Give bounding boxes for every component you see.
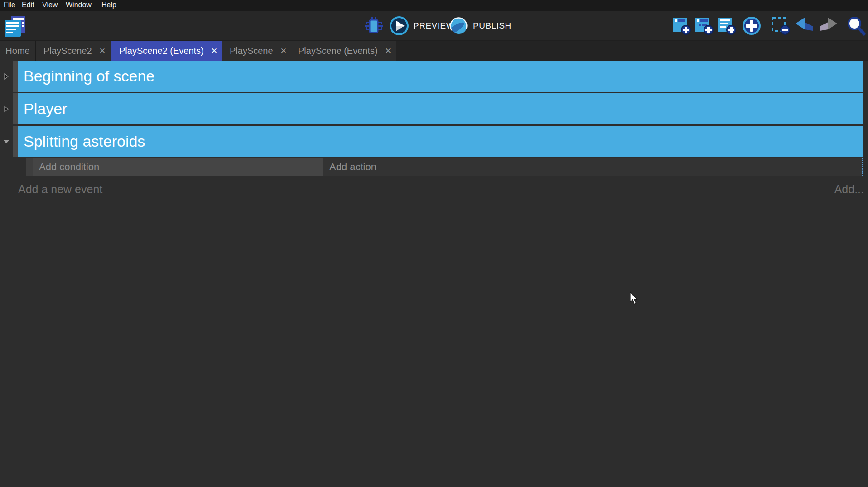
menu-edit[interactable]: Edit: [22, 1, 34, 9]
event-group-row: Splitting asteroids: [0, 126, 868, 157]
tab-playscene-events[interactable]: PlayScene (Events) ✕: [290, 41, 396, 61]
event-indent-strip: [26, 158, 33, 176]
event-group-row: Beginning of scene: [0, 61, 868, 92]
add-event-button[interactable]: [672, 16, 691, 35]
add-other-event-button[interactable]: [741, 15, 762, 36]
empty-event-row: Add condition Add action: [0, 158, 868, 176]
event-group-bar[interactable]: Player: [18, 93, 863, 124]
tab-label: PlayScene (Events): [298, 46, 378, 56]
debugger-bug-icon: [364, 16, 384, 35]
publish-globe-icon: [448, 15, 469, 36]
tab-label: Home: [5, 46, 29, 56]
search-icon: [846, 15, 866, 36]
tab-playscene2-events[interactable]: PlayScene2 (Events) ✕: [111, 41, 222, 61]
add-more-button[interactable]: Add...: [834, 183, 864, 196]
publish-button[interactable]: PUBLISH: [448, 15, 511, 36]
add-condition-label: Add condition: [39, 161, 99, 173]
menu-file[interactable]: File: [4, 1, 15, 9]
add-event-footer: Add a new event Add...: [0, 178, 868, 200]
expand-collapsed-icon[interactable]: [2, 72, 10, 81]
tab-close-icon[interactable]: ✕: [280, 46, 287, 56]
menu-bar: File Edit View Window Help: [0, 0, 868, 11]
add-subevent-icon: [695, 16, 714, 35]
event-group-bar[interactable]: Beginning of scene: [18, 61, 863, 92]
project-manager-button[interactable]: [4, 15, 26, 37]
add-event-icon: [672, 16, 691, 35]
tab-bar: Home PlayScene2 ✕ PlayScene2 (Events) ✕ …: [0, 41, 868, 61]
empty-event: Add condition Add action: [33, 158, 863, 176]
tab-label: PlayScene2: [43, 46, 92, 56]
remove-selection-icon: [771, 16, 791, 35]
tab-label: PlayScene2 (Events): [119, 46, 204, 56]
group-drag-handle[interactable]: [13, 61, 18, 92]
undo-button[interactable]: [795, 17, 815, 34]
project-manager-icon: [4, 15, 26, 37]
event-group-row: Player: [0, 93, 868, 124]
menu-help[interactable]: Help: [101, 1, 116, 9]
event-group-title: Beginning of scene: [24, 67, 154, 85]
toolbar-separator: [842, 14, 842, 36]
tab-close-icon[interactable]: ✕: [99, 46, 106, 56]
add-subevent-button[interactable]: [695, 16, 714, 35]
publish-label: PUBLISH: [473, 21, 511, 31]
tab-home[interactable]: Home: [0, 41, 36, 61]
event-group-title: Splitting asteroids: [24, 133, 145, 150]
redo-button[interactable]: [818, 17, 838, 34]
add-action-button[interactable]: Add action: [323, 158, 862, 176]
menu-view[interactable]: View: [42, 1, 58, 9]
add-comment-icon: [718, 16, 737, 35]
redo-icon: [818, 17, 838, 34]
add-comment-button[interactable]: [718, 16, 737, 35]
add-circle-icon: [741, 15, 762, 36]
undo-icon: [795, 17, 815, 34]
toolbar-separator: [767, 14, 767, 36]
add-new-event-button[interactable]: Add a new event: [18, 183, 102, 196]
expand-expanded-icon[interactable]: [2, 138, 10, 146]
preview-button[interactable]: PREVIEW: [389, 15, 454, 36]
tab-playscene[interactable]: PlayScene ✕: [222, 41, 290, 61]
group-drag-handle[interactable]: [13, 126, 18, 157]
group-drag-handle[interactable]: [13, 93, 18, 124]
debugger-button[interactable]: [364, 16, 384, 35]
tab-close-icon[interactable]: ✕: [211, 46, 217, 56]
tab-playscene2[interactable]: PlayScene2 ✕: [36, 41, 111, 61]
remove-selection-button[interactable]: [771, 16, 791, 35]
event-group-title: Player: [24, 100, 67, 118]
add-condition-button[interactable]: Add condition: [33, 158, 323, 176]
tab-label: PlayScene: [230, 46, 273, 56]
tab-close-icon[interactable]: ✕: [385, 46, 391, 56]
events-sheet: Beginning of scene Player Splitting aste…: [0, 61, 868, 487]
event-group-bar[interactable]: Splitting asteroids: [18, 126, 863, 157]
main-toolbar: PREVIEW PUBLISH: [0, 11, 868, 41]
expand-collapsed-icon[interactable]: [2, 105, 10, 113]
menu-window[interactable]: Window: [66, 1, 92, 9]
add-action-label: Add action: [329, 161, 376, 173]
play-circle-icon: [389, 15, 410, 36]
search-button[interactable]: [846, 15, 866, 36]
